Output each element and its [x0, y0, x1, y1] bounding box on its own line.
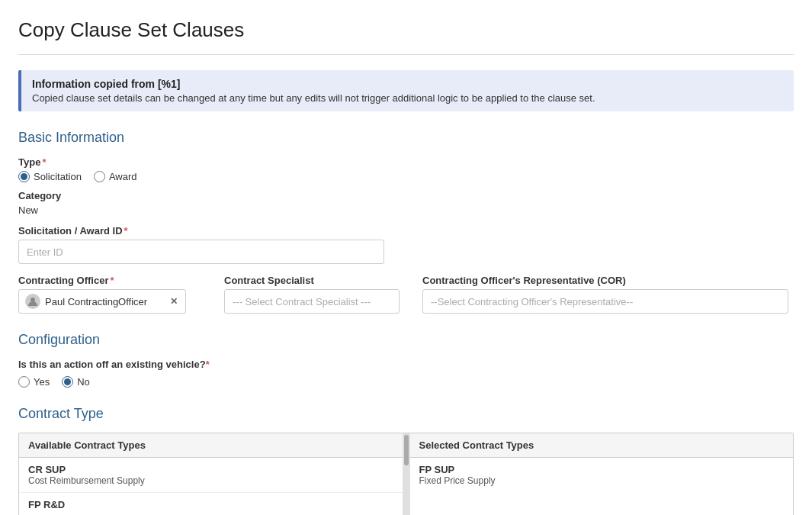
type-solicitation-text: Solicitation: [34, 171, 82, 182]
available-item-0[interactable]: CR SUP Cost Reimbursement Supply: [19, 458, 403, 493]
type-solicitation-label[interactable]: Solicitation: [18, 171, 82, 182]
config-question: Is this an action off an existing vehicl…: [18, 359, 794, 370]
available-header: Available Contract Types: [19, 433, 403, 458]
config-radio-group: Yes No: [18, 376, 794, 388]
category-row: Category New: [18, 190, 794, 216]
officers-row: Contracting Officer* Paul ContractingOff…: [18, 275, 794, 314]
config-yes-text: Yes: [34, 376, 50, 388]
category-value: New: [18, 204, 794, 216]
config-no-radio[interactable]: [62, 376, 73, 388]
category-label: Category: [18, 190, 794, 201]
contracting-officer-col: Contracting Officer* Paul ContractingOff…: [18, 275, 209, 314]
contract-type-wrapper: Available Contract Types CR SUP Cost Rei…: [18, 433, 794, 515]
contracting-officer-tag: Paul ContractingOfficer ✕: [18, 289, 186, 314]
contract-specialist-col: Contract Specialist: [224, 275, 407, 314]
config-yes-label[interactable]: Yes: [18, 376, 50, 388]
banner-body: Copied clause set details can be changed…: [32, 92, 783, 104]
selected-header: Selected Contract Types: [410, 433, 794, 458]
page-title: Copy Clause Set Clauses: [18, 18, 794, 42]
solicitation-input[interactable]: [18, 240, 384, 264]
title-divider: [18, 54, 794, 55]
type-award-text: Award: [109, 171, 137, 182]
config-no-label[interactable]: No: [62, 376, 90, 388]
cor-col: Contracting Officer's Representative (CO…: [422, 275, 794, 314]
available-list: CR SUP Cost Reimbursement Supply FP R&D: [19, 458, 403, 515]
selected-item-0[interactable]: FP SUP Fixed Price Supply: [410, 458, 794, 492]
contract-type-title: Contract Type: [18, 406, 794, 422]
config-yes-radio[interactable]: [18, 376, 30, 388]
person-icon: [27, 296, 38, 307]
available-item-0-code: CR SUP: [28, 464, 393, 475]
solicitation-label: Solicitation / Award ID*: [18, 225, 794, 237]
contracting-officer-label: Contracting Officer*: [18, 275, 209, 286]
selected-panel: Selected Contract Types FP SUP Fixed Pri…: [410, 433, 794, 515]
officer-avatar: [25, 294, 40, 309]
basic-info-section: Basic Information Type* Solicitation Awa…: [18, 130, 794, 314]
banner-title: Information copied from [%1]: [32, 78, 783, 90]
type-label: Type*: [18, 156, 794, 168]
available-panel: Available Contract Types CR SUP Cost Rei…: [19, 433, 403, 515]
selected-item-0-code: FP SUP: [419, 464, 785, 475]
available-item-0-name: Cost Reimbursement Supply: [28, 475, 393, 486]
configuration-section: Configuration Is this an action off an e…: [18, 332, 794, 388]
type-award-label[interactable]: Award: [94, 171, 137, 182]
info-banner: Information copied from [%1] Copied clau…: [18, 70, 794, 111]
solicitation-field: Solicitation / Award ID*: [18, 225, 794, 264]
officer-name: Paul ContractingOfficer: [45, 296, 164, 307]
available-item-1[interactable]: FP R&D: [19, 493, 403, 515]
cor-input[interactable]: [422, 289, 788, 314]
config-no-text: No: [77, 376, 90, 388]
basic-info-title: Basic Information: [18, 130, 794, 146]
configuration-title: Configuration: [18, 332, 794, 348]
selected-item-0-name: Fixed Price Supply: [419, 475, 785, 486]
officer-remove-button[interactable]: ✕: [168, 297, 179, 306]
type-solicitation-radio[interactable]: [18, 171, 30, 182]
type-award-radio[interactable]: [94, 171, 105, 182]
type-row: Type* Solicitation Award: [18, 156, 794, 182]
cor-label: Contracting Officer's Representative (CO…: [422, 275, 794, 286]
contract-specialist-label: Contract Specialist: [224, 275, 407, 286]
scroll-thumb: [404, 435, 409, 465]
contract-type-section: Contract Type Available Contract Types C…: [18, 406, 794, 515]
scroll-divider: [403, 433, 410, 515]
available-item-1-code: FP R&D: [28, 499, 393, 510]
selected-list: FP SUP Fixed Price Supply: [410, 458, 794, 515]
type-radio-group: Solicitation Award: [18, 171, 794, 182]
contract-specialist-input[interactable]: [224, 289, 400, 314]
